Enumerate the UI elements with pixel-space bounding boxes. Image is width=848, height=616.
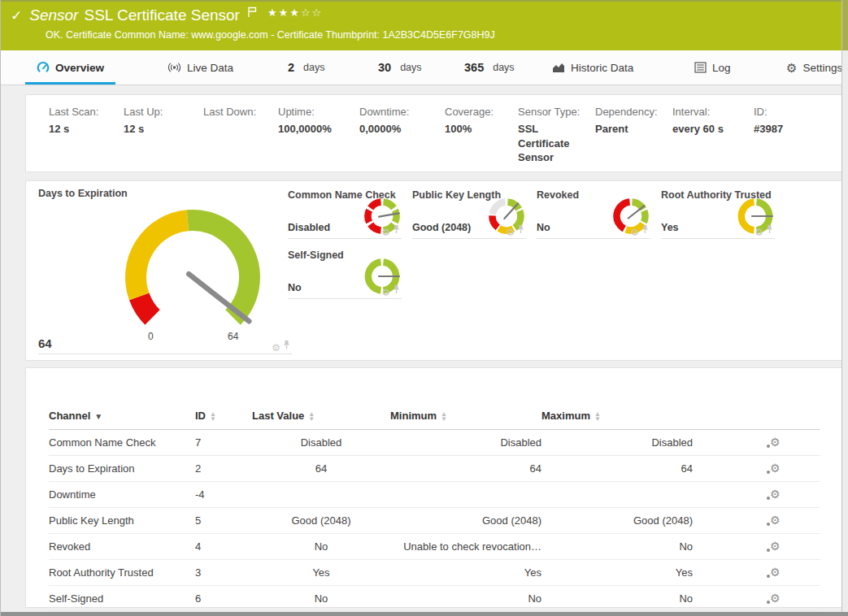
- pin-icon[interactable]: [517, 223, 524, 237]
- tab-historic-data[interactable]: Historic Data: [552, 50, 633, 85]
- sort-both-icon: ▲▼: [594, 412, 601, 422]
- gauge-value: 64: [38, 336, 52, 350]
- tab-settings[interactable]: ⚙ Settings: [786, 50, 842, 85]
- channel-minimum: Unable to check revocation…: [390, 534, 541, 560]
- gauge-public-key-length[interactable]: Public Key Length Good (2048) ⚙: [412, 189, 526, 239]
- gauge-settings-icon[interactable]: ⚙: [755, 228, 763, 237]
- table-row: Downtime -4 ⚙: [49, 482, 820, 508]
- channel-name[interactable]: Revoked: [49, 534, 195, 560]
- column-header-maximum[interactable]: Maximum▲▼: [541, 405, 693, 430]
- object-kind-label: Sensor: [29, 7, 78, 24]
- gauge-self-signed[interactable]: Self-Signed No ⚙: [288, 249, 402, 299]
- gauge-days-to-expiration[interactable]: Days to Expiration 0 64 64 ⚙: [38, 188, 292, 354]
- channel-settings-icon[interactable]: ⚙: [770, 488, 781, 500]
- table-row: Revoked 4 No Unable to check revocation……: [49, 534, 820, 560]
- info-label: Dependency:: [595, 106, 672, 118]
- pin-icon[interactable]: [641, 223, 649, 237]
- log-list-icon: [694, 62, 707, 73]
- sensor-info-bar: Last Scan:12 s Last Up:12 s Last Down: U…: [25, 94, 842, 172]
- gauge-settings-icon[interactable]: ⚙: [272, 343, 280, 353]
- channel-minimum: No: [390, 586, 541, 612]
- info-label: Interval:: [672, 106, 754, 118]
- channel-maximum: Yes: [541, 560, 693, 586]
- channel-maximum: No: [541, 534, 693, 560]
- channel-minimum: [390, 482, 541, 508]
- channel-name[interactable]: Days to Expiration: [49, 456, 195, 482]
- channel-name[interactable]: Self-Signed: [49, 586, 195, 612]
- priority-stars[interactable]: ★★★☆☆: [267, 7, 323, 19]
- channel-settings-icon[interactable]: ⚙: [770, 436, 781, 448]
- column-header-last-value[interactable]: Last Value▲▼: [252, 405, 390, 430]
- table-row: Public Key Length 5 Good (2048) Good (20…: [49, 508, 820, 534]
- info-value: 12 s: [49, 122, 107, 137]
- channel-minimum: Disabled: [390, 430, 541, 456]
- channel-minimum: Yes: [390, 560, 541, 586]
- tab-overview[interactable]: Overview: [25, 50, 115, 85]
- prtg-sensor-window: ✓ Sensor SSL Certificate Sensor ★★★☆☆ OK…: [0, 0, 848, 616]
- sensor-title: SSL Certificate Sensor: [84, 7, 240, 24]
- gauge-settings-icon[interactable]: ⚙: [381, 228, 390, 237]
- gauge-value: Good (2048): [412, 222, 471, 233]
- channel-settings-icon[interactable]: ⚙: [770, 592, 781, 604]
- tab-30-days[interactable]: 30 days: [378, 50, 422, 85]
- tab-label: days: [303, 62, 324, 73]
- gauge-root-authority-trusted[interactable]: Root Authority Trusted Yes ⚙: [661, 189, 775, 239]
- gauge-settings-icon[interactable]: ⚙: [506, 228, 515, 237]
- pin-icon[interactable]: [393, 283, 400, 297]
- channel-id: 7: [195, 430, 252, 456]
- status-ok-check-icon: ✓: [11, 7, 22, 24]
- info-value: 12 s: [124, 122, 182, 137]
- info-label: Uptime:: [278, 106, 359, 118]
- channel-id: 6: [195, 586, 252, 612]
- channel-settings-icon[interactable]: ⚙: [770, 540, 781, 552]
- tab-label: Log: [712, 62, 731, 74]
- channel-name[interactable]: Common Name Check: [49, 430, 195, 456]
- channel-id: 3: [195, 560, 252, 586]
- table-row: Common Name Check 7 Disabled Disabled Di…: [49, 430, 820, 456]
- gauge-common-name-check[interactable]: Common Name Check Disabled ⚙: [288, 189, 402, 239]
- channel-name[interactable]: Downtime: [49, 482, 195, 508]
- gauge-title: Self-Signed: [288, 249, 344, 261]
- sort-both-icon: ▲▼: [210, 412, 216, 422]
- info-label: Sensor Type:: [518, 106, 595, 118]
- gauge-value: Yes: [661, 222, 679, 233]
- column-header-id[interactable]: ID▲▼: [195, 405, 252, 430]
- info-value: 0,0000%: [359, 122, 418, 137]
- channel-table: Channel▼ ID▲▼ Last Value▲▼ Minimum▲▼ Max…: [49, 405, 820, 612]
- channel-last-value: Good (2048): [252, 508, 390, 534]
- tab-log[interactable]: Log: [694, 50, 731, 85]
- column-header-minimum[interactable]: Minimum▲▼: [390, 405, 541, 430]
- sensor-status-message: OK. Certificate Common Name: www.google.…: [46, 29, 495, 41]
- sort-both-icon: ▲▼: [308, 412, 315, 422]
- tab-2-days[interactable]: 2 days: [288, 50, 324, 85]
- tab-live-data[interactable]: Live Data: [167, 50, 233, 85]
- channel-settings-icon[interactable]: ⚙: [770, 566, 781, 578]
- gauge-revoked[interactable]: Revoked No ⚙: [537, 189, 650, 239]
- channel-id: -4: [195, 482, 252, 508]
- tab-365-days[interactable]: 365 days: [464, 50, 515, 85]
- flag-icon[interactable]: [247, 6, 258, 21]
- gauge-settings-icon[interactable]: ⚙: [630, 228, 639, 237]
- gauge-title: Days to Expiration: [38, 188, 292, 199]
- gauge-arc: [115, 202, 270, 352]
- channel-name[interactable]: Root Authority Trusted: [49, 560, 195, 586]
- tab-label: Historic Data: [571, 62, 633, 74]
- broadcast-icon: [167, 62, 181, 73]
- channel-settings-icon[interactable]: ⚙: [770, 514, 781, 526]
- pin-icon[interactable]: [283, 338, 290, 353]
- info-label: Last Down:: [203, 106, 278, 118]
- pin-icon[interactable]: [393, 223, 400, 237]
- channel-minimum: 64: [390, 456, 541, 482]
- tab-number: 365: [464, 61, 484, 74]
- channel-name[interactable]: Public Key Length: [49, 508, 195, 534]
- tab-number: 2: [288, 61, 294, 74]
- right-gutter: [841, 0, 848, 616]
- channel-maximum: Disabled: [541, 430, 693, 456]
- channel-last-value: 64: [252, 456, 390, 482]
- channel-last-value: No: [252, 586, 390, 612]
- pin-icon[interactable]: [766, 223, 773, 237]
- column-header-channel[interactable]: Channel▼: [49, 405, 195, 430]
- gauge-settings-icon[interactable]: ⚙: [381, 288, 390, 297]
- channel-settings-icon[interactable]: ⚙: [770, 462, 781, 474]
- table-row: Days to Expiration 2 64 64 64 ⚙: [49, 456, 820, 482]
